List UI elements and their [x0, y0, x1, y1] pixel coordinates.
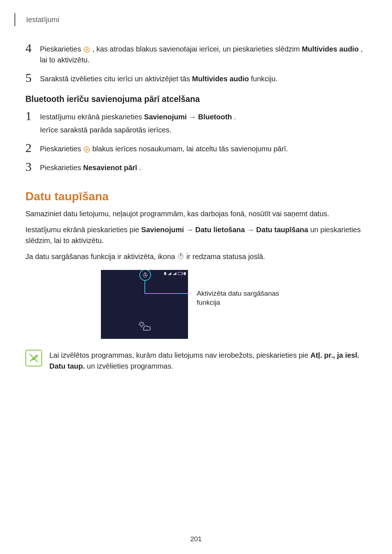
step-2: 2 Pieskarieties blakus ierīces nosaukuma…	[25, 143, 367, 154]
text: Iestatījumu ekrānā pieskarieties pie	[25, 226, 141, 234]
settings-gear-icon	[83, 46, 90, 53]
page-number: 201	[0, 535, 392, 543]
text-bold: Multivides audio	[192, 75, 249, 83]
arrow-icon: →	[189, 113, 198, 121]
note-text: Lai izvēlētos programmas, kurām datu lie…	[49, 350, 367, 372]
phone-screenshot	[101, 270, 188, 339]
heading-data-saving: Datu taupīšana	[25, 190, 367, 203]
callout-line	[144, 280, 145, 294]
text: blakus ierīces nosaukumam, lai atceltu t…	[93, 145, 288, 153]
text-bold: Savienojumi	[141, 226, 184, 234]
svg-point-1	[86, 148, 87, 150]
text-bold: Datu lietošana	[195, 226, 245, 234]
step-number: 2	[25, 142, 38, 154]
text-bold: Savienojumi	[144, 113, 187, 121]
note-icon	[25, 350, 42, 366]
text: Lai izvēlētos programmas, kurām datu lie…	[49, 351, 310, 359]
highlight-circle	[139, 270, 151, 281]
header-section: Iestatījumi	[26, 16, 59, 24]
text: Pieskarieties	[40, 45, 83, 53]
text-bold: Bluetooth	[198, 113, 232, 121]
subheading-bluetooth-unpair: Bluetooth ierīču savienojuma pārī atcelš…	[25, 94, 367, 104]
text: .	[234, 113, 236, 121]
step-1: 1 Iestatījumu ekrānā pieskarieties Savie…	[25, 111, 367, 135]
steps-unpair: 1 Iestatījumu ekrānā pieskarieties Savie…	[25, 111, 367, 173]
step-4: 4 Pieskarieties , kas atrodas blakus sav…	[25, 44, 367, 65]
status-icon	[164, 272, 166, 275]
paragraph: Ja datu sargāšanas funkcija ir aktivizēt…	[25, 251, 367, 263]
callout-line	[144, 293, 188, 294]
svg-point-4	[140, 323, 143, 326]
step-number: 3	[25, 161, 38, 173]
arrow-icon: →	[186, 226, 195, 234]
weather-icon	[137, 320, 152, 332]
paragraph: Iestatījumu ekrānā pieskarieties pie Sav…	[25, 224, 367, 246]
steps-multimedia-audio: 4 Pieskarieties , kas atrodas blakus sav…	[25, 44, 367, 84]
step-number: 5	[25, 72, 38, 84]
step-3: 3 Pieskarieties Nesavienot pārī .	[25, 162, 367, 173]
data-saver-icon	[142, 272, 148, 278]
step-text: Pieskarieties Nesavienot pārī .	[38, 162, 141, 173]
figure-callout: Aktivizēta datu sargāšanas funkcija	[197, 289, 291, 307]
step-text: Pieskarieties , kas atrodas blakus savie…	[38, 44, 367, 65]
step-number: 4	[25, 42, 38, 54]
battery-icon	[178, 272, 182, 275]
step-text: Pieskarieties blakus ierīces nosaukumam,…	[38, 143, 288, 154]
note-box: Lai izvēlētos programmas, kurām datu lie…	[25, 350, 367, 372]
text: Sarakstā izvēlieties citu ierīci un akti…	[40, 75, 192, 83]
text-bold: Multivides audio	[302, 45, 359, 53]
data-saver-icon	[177, 252, 184, 263]
text: ir redzama statusa joslā.	[187, 253, 265, 260]
signal-icon	[168, 272, 171, 275]
step-text: Iestatījumu ekrānā pieskarieties Savieno…	[38, 111, 236, 135]
settings-gear-icon	[83, 146, 90, 153]
step-number: 1	[25, 110, 38, 122]
figure-data-saver: Aktivizēta datu sargāšanas funkcija	[25, 270, 367, 339]
text: , kas atrodas blakus savienotajai ierīce…	[93, 45, 302, 53]
text: Pieskarieties	[40, 145, 83, 153]
step-text: Sarakstā izvēlieties citu ierīci un akti…	[38, 73, 278, 84]
text: funkciju.	[251, 75, 277, 83]
text: Pieskarieties	[40, 164, 83, 172]
step-5: 5 Sarakstā izvēlieties citu ierīci un ak…	[25, 73, 367, 84]
step-subtext: Ierīce sarakstā parāda sapārotās ierīces…	[40, 124, 236, 135]
text-bold: Nesavienot pārī	[83, 164, 137, 172]
text: .	[139, 164, 141, 172]
paragraph: Samaziniet datu lietojumu, neļaujot prog…	[25, 208, 367, 219]
arrow-icon: →	[247, 226, 256, 234]
text-bold: Datu taupīšana	[256, 226, 308, 234]
text: un izvēlieties programmas.	[87, 362, 173, 370]
signal-icon	[173, 272, 176, 275]
text: Ja datu sargāšanas funkcija ir aktivizēt…	[25, 253, 177, 260]
status-icon	[184, 272, 186, 275]
svg-point-0	[86, 49, 87, 50]
page-header: Iestatījumi	[15, 13, 367, 26]
text: Iestatījumu ekrānā pieskarieties	[40, 113, 144, 121]
